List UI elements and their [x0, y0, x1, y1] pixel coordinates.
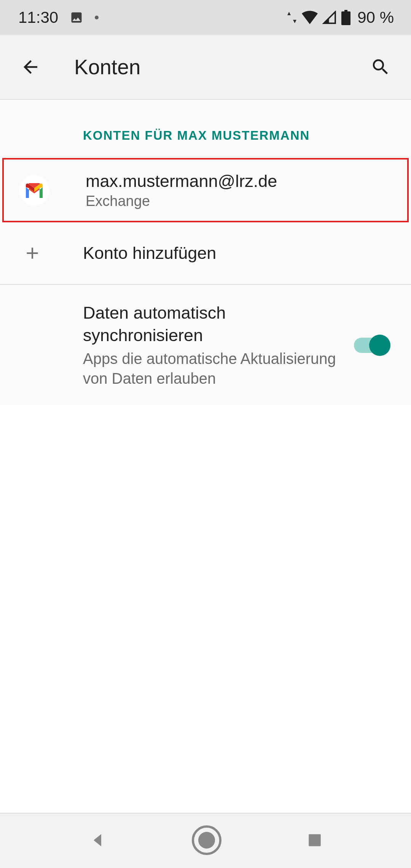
arrow-left-icon: [20, 57, 41, 77]
sync-subtitle: Apps die automatische Aktualisierung von…: [83, 349, 339, 388]
add-account-label: Konto hinzufügen: [83, 243, 216, 263]
sync-title: Daten automatisch synchronisieren: [83, 302, 339, 346]
account-item-exchange[interactable]: max.mustermann@lrz.de Exchange: [2, 158, 409, 222]
wifi-icon: [302, 11, 318, 24]
image-notification-icon: [70, 11, 83, 24]
back-button[interactable]: [15, 52, 46, 82]
square-recents-icon: [307, 832, 323, 848]
app-bar: Konten: [0, 35, 411, 100]
auto-sync-setting[interactable]: Daten automatisch synchronisieren Apps d…: [0, 285, 411, 405]
search-button[interactable]: [365, 52, 396, 82]
battery-percent: 90 %: [357, 8, 394, 27]
account-type: Exchange: [86, 193, 277, 209]
plus-icon: [23, 244, 42, 263]
nav-back-button[interactable]: [88, 831, 107, 851]
switch-thumb: [369, 335, 390, 356]
nav-home-button[interactable]: [191, 825, 222, 857]
status-bar: 11:30 90 %: [0, 0, 411, 35]
signal-icon: [322, 11, 337, 24]
navigation-bar: [0, 813, 411, 868]
content-area: Konten für Max Mustermann max.mustermann…: [0, 100, 411, 405]
section-header: Konten für Max Mustermann: [0, 100, 411, 158]
svg-rect-2: [309, 834, 321, 846]
nav-recents-button[interactable]: [307, 832, 323, 850]
data-transfer-icon: [287, 11, 297, 24]
svg-point-1: [198, 832, 215, 849]
notification-dot-icon: [95, 16, 99, 19]
battery-icon: [341, 10, 350, 25]
sync-toggle[interactable]: [354, 338, 388, 353]
circle-home-icon: [191, 825, 222, 855]
triangle-back-icon: [88, 831, 107, 849]
page-title: Konten: [74, 55, 365, 79]
account-email: max.mustermann@lrz.de: [86, 171, 277, 191]
add-account-button[interactable]: Konto hinzufügen: [0, 222, 411, 284]
search-icon: [370, 57, 391, 77]
status-time: 11:30: [18, 8, 58, 27]
gmail-icon: [19, 175, 49, 206]
